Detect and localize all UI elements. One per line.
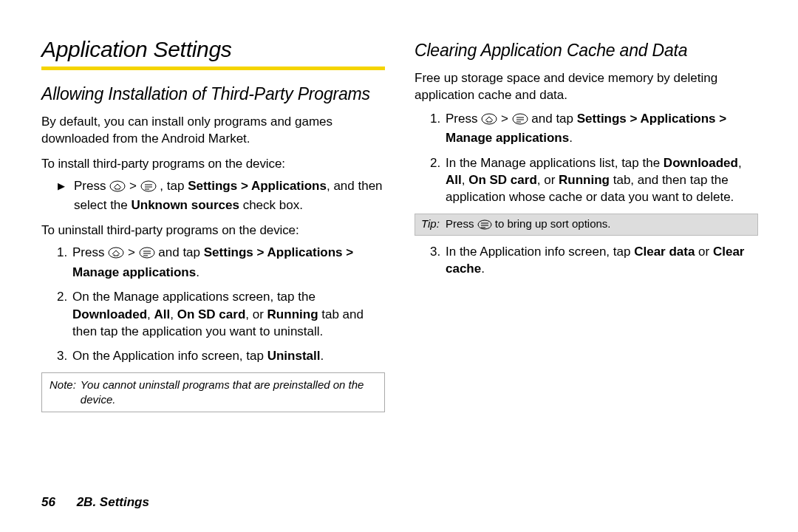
tab-name: All [154, 307, 171, 321]
uninstall-steps: Press > and tap Settings > Applications … [41, 244, 385, 365]
tip-callout: Tip: Press to bring up sort options. [415, 214, 758, 236]
text: and tap [531, 112, 576, 126]
step-2: In the Manage applications list, tap the… [444, 154, 758, 206]
svg-point-0 [110, 181, 125, 191]
tab-name: Downloaded [664, 156, 738, 170]
svg-point-6 [140, 248, 154, 258]
text: check box. [239, 198, 303, 212]
install-lead: To install third-party programs on the d… [41, 157, 385, 171]
svg-point-1 [141, 181, 156, 191]
menu-key-icon [512, 112, 528, 129]
text: , or [245, 307, 267, 321]
settings-path: Settings > Applications [188, 179, 327, 193]
text: On the Manage applications screen, tap t… [72, 290, 316, 304]
text: and tap [158, 245, 203, 259]
path-separator: > [129, 179, 140, 193]
svg-point-10 [482, 114, 497, 124]
text: , [462, 173, 468, 187]
text: to bring up sort options. [495, 217, 611, 230]
tab-name: Downloaded [72, 307, 147, 321]
home-key-icon [481, 112, 497, 129]
home-key-icon [109, 180, 126, 197]
left-column: Application Settings Allowing Installati… [41, 37, 385, 415]
text: . [569, 131, 573, 145]
step-3: In the Application info screen, tap Clea… [444, 243, 758, 278]
tab-name: Running [267, 307, 318, 321]
text: . [320, 349, 324, 363]
clear-steps: Press > and tap Settings > Applications … [415, 110, 758, 206]
page-number: 56 [41, 495, 55, 509]
text: Press [74, 179, 109, 193]
triangle-bullet-icon: ▶ [58, 177, 65, 215]
path-separator: > [501, 112, 512, 126]
intro-paragraph: Free up storage space and device memory … [415, 70, 758, 104]
text: or [695, 245, 713, 259]
bold-label: Unknown sources [132, 198, 239, 212]
accent-underline [41, 66, 385, 70]
text: In the Manage applications list, tap the [446, 156, 664, 170]
tab-name: All [446, 173, 462, 187]
note-callout: Note: You cannot uninstall programs that… [41, 372, 385, 413]
action-name: Clear data [634, 245, 695, 259]
text: On the Application info screen, tap [72, 349, 267, 363]
text: , [170, 307, 177, 321]
text: In the Application info screen, tap [446, 245, 634, 259]
right-column: Clearing Application Cache and Data Free… [415, 37, 758, 415]
text: , tap [160, 179, 188, 193]
svg-point-5 [109, 248, 123, 258]
action-name: Uninstall [267, 349, 321, 363]
step-2: On the Manage applications screen, tap t… [71, 288, 385, 340]
menu-key-icon [139, 246, 155, 263]
home-key-icon [108, 246, 124, 263]
page-title: Application Settings [41, 37, 385, 62]
text: , [147, 307, 154, 321]
text: , [738, 156, 742, 170]
tip-label: Tip: [421, 217, 440, 230]
subsection-allow-thirdparty: Allowing Installation of Third-Party Pro… [41, 83, 385, 105]
note-body: You cannot uninstall programs that are p… [81, 378, 377, 408]
step-1: Press > and tap Settings > Applications … [444, 110, 758, 147]
menu-key-icon [477, 219, 492, 232]
section-name: 2B. Settings [77, 495, 149, 509]
text: Press [446, 112, 481, 126]
menu-key-icon [140, 180, 157, 197]
text: Press [446, 217, 477, 230]
text: . [481, 262, 485, 276]
text: , or [537, 173, 559, 187]
intro-paragraph: By default, you can install only program… [41, 114, 385, 148]
step-3: On the Application info screen, tap Unin… [71, 347, 385, 364]
clear-steps-cont: In the Application info screen, tap Clea… [415, 243, 758, 278]
note-label: Note: [50, 378, 76, 408]
install-bullet: ▶ Press > , tap Settings > Applications,… [58, 177, 385, 215]
svg-point-11 [513, 114, 528, 124]
text: Press [72, 245, 108, 259]
page-footer: 56 2B. Settings [41, 495, 149, 510]
subsection-clear-cache: Clearing Application Cache and Data [415, 40, 758, 61]
tab-name: Running [559, 173, 610, 187]
tab-name: On SD card [177, 307, 246, 321]
text: . [196, 265, 200, 279]
step-1: Press > and tap Settings > Applications … [71, 244, 385, 281]
tab-name: On SD card [468, 173, 537, 187]
uninstall-lead: To uninstall third-party programs on the… [41, 223, 385, 238]
path-separator: > [128, 245, 139, 259]
